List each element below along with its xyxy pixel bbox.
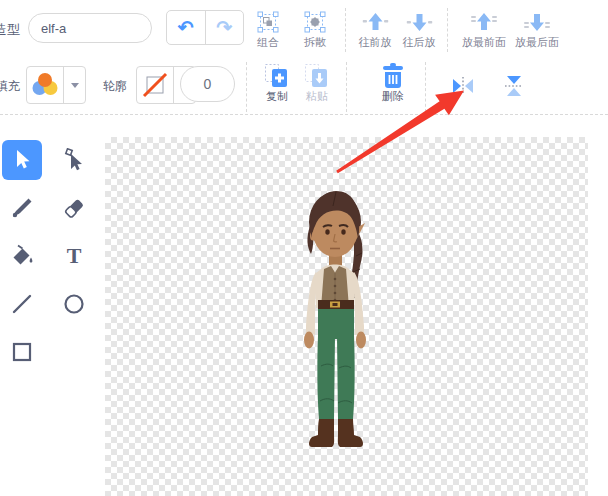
tool-select[interactable]	[2, 140, 42, 180]
copy-label: 复制	[266, 91, 288, 102]
fill-color-dropdown[interactable]	[63, 67, 85, 103]
tool-brush[interactable]	[2, 188, 42, 228]
flip-vertical-icon	[503, 74, 525, 98]
separator	[345, 8, 346, 52]
arrow-down-lines-icon	[524, 10, 550, 34]
fill-label: 填充	[0, 78, 20, 95]
flip-vertical-button[interactable]	[503, 74, 525, 98]
stroke-width-input[interactable]	[180, 66, 235, 102]
bring-to-front-label: 放最前面	[462, 37, 506, 48]
paint-canvas[interactable]	[105, 137, 588, 496]
copy-icon	[264, 64, 290, 88]
tool-line[interactable]	[2, 284, 42, 324]
send-to-back-label: 放最后面	[515, 37, 559, 48]
paint-bucket-icon	[10, 244, 34, 268]
outline-label: 轮廓	[103, 78, 127, 95]
send-to-back-button[interactable]: 放最后面	[515, 10, 559, 48]
paste-icon	[304, 64, 330, 88]
copy-button[interactable]: 复制	[264, 64, 290, 102]
line-icon	[10, 292, 34, 316]
tool-reshape[interactable]	[54, 140, 94, 180]
fill-color-swatch-icon	[27, 67, 63, 103]
separator	[346, 62, 347, 112]
redo-button[interactable]: ↷	[205, 11, 244, 44]
separator	[246, 62, 247, 112]
paste-label: 粘贴	[306, 91, 328, 102]
delete-button[interactable]: 删除	[381, 64, 405, 102]
costume-name-input[interactable]	[28, 13, 152, 43]
paint-editor: 造型 ↶ ↷ 组合 拆散	[0, 0, 608, 496]
brush-icon	[10, 196, 34, 220]
separator	[447, 8, 448, 52]
group-label: 组合	[257, 37, 279, 48]
flip-horizontal-button[interactable]	[452, 74, 474, 98]
undo-icon: ↶	[178, 16, 194, 39]
paste-button[interactable]: 粘贴	[304, 64, 330, 102]
tool-circle[interactable]	[54, 284, 94, 324]
toolbar-divider	[0, 114, 608, 115]
bring-to-front-button[interactable]: 放最前面	[462, 10, 506, 48]
circle-icon	[62, 292, 86, 316]
outline-none-swatch-icon	[137, 67, 173, 103]
text-tool-icon: T	[67, 245, 82, 267]
trash-icon	[381, 64, 405, 88]
separator	[425, 62, 426, 112]
tool-eraser[interactable]	[54, 188, 94, 228]
tool-text[interactable]: T	[54, 236, 94, 276]
bring-forward-button[interactable]: 往前放	[359, 10, 392, 48]
undo-button[interactable]: ↶	[167, 11, 205, 44]
cursor-icon	[10, 148, 34, 172]
tool-rectangle[interactable]	[2, 332, 42, 372]
send-backward-button[interactable]: 往后放	[403, 10, 436, 48]
tool-fill[interactable]	[2, 236, 42, 276]
ungroup-icon	[304, 10, 326, 34]
eraser-icon	[62, 196, 86, 220]
elf-character[interactable]	[298, 186, 374, 452]
send-backward-label: 往后放	[403, 37, 436, 48]
costume-label: 造型	[0, 21, 20, 39]
fill-color-picker[interactable]	[26, 66, 86, 104]
flip-horizontal-icon	[452, 74, 474, 98]
ungroup-label: 拆散	[304, 37, 326, 48]
undo-redo-group: ↶ ↷	[166, 10, 244, 45]
arrow-up-lines-icon	[471, 10, 497, 34]
ungroup-button[interactable]: 拆散	[304, 10, 326, 48]
group-icon	[257, 10, 279, 34]
group-button[interactable]: 组合	[257, 10, 279, 48]
reshape-icon	[62, 148, 86, 172]
redo-icon: ↷	[216, 16, 232, 39]
bring-forward-label: 往前放	[359, 37, 392, 48]
rectangle-icon	[10, 340, 34, 364]
chevron-down-icon	[71, 83, 79, 88]
arrow-up-icon	[362, 10, 388, 34]
arrow-down-icon	[406, 10, 432, 34]
delete-label: 删除	[382, 91, 404, 102]
